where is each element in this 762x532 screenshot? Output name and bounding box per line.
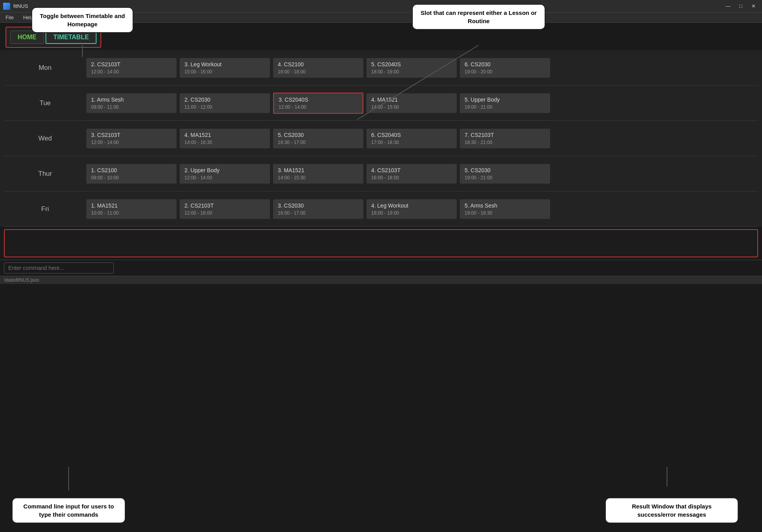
slot-title: 3. MA1521 bbox=[278, 167, 359, 173]
slot-time: 19:00 - 19:30 bbox=[465, 210, 545, 216]
menu-bar: File Help bbox=[0, 13, 762, 23]
title-bar: fitNUS — □ ✕ bbox=[0, 0, 762, 13]
title-bar-left: fitNUS bbox=[3, 3, 28, 10]
slot-thur-0[interactable]: 1. CS210008:00 - 10:00 bbox=[86, 164, 177, 184]
day-label-tue: Tue bbox=[4, 86, 86, 120]
slot-time: 09:00 - 11:00 bbox=[91, 104, 172, 110]
slot-thur-3[interactable]: 4. CS2103T16:00 - 18:00 bbox=[366, 164, 457, 184]
app-icon bbox=[3, 3, 10, 10]
day-row-mon: Mon2. CS2103T12:00 - 14:003. Leg Workout… bbox=[4, 50, 758, 86]
slot-time: 15:00 - 16:00 bbox=[184, 69, 265, 75]
nav-bar: HOME TIMETABLE bbox=[5, 27, 101, 48]
slot-time: 12:00 - 14:00 bbox=[91, 69, 172, 75]
day-row-thur: Thur1. CS210008:00 - 10:002. Upper Body1… bbox=[4, 156, 758, 191]
slot-wed-3[interactable]: 6. CS2040S17:00 - 18:30 bbox=[366, 129, 457, 148]
timetable-button[interactable]: TIMETABLE bbox=[46, 31, 97, 44]
slots-area-thur: 1. CS210008:00 - 10:002. Upper Body12:00… bbox=[86, 156, 758, 191]
slot-tue-1[interactable]: 2. CS203011:00 - 12:00 bbox=[180, 93, 270, 113]
menu-file[interactable]: File bbox=[3, 14, 16, 21]
slot-title: 3. Leg Workout bbox=[184, 61, 265, 67]
status-bar: \data\fitNUS.json bbox=[0, 276, 762, 284]
slot-mon-2[interactable]: 4. CS210016:00 - 18:00 bbox=[273, 58, 363, 78]
slot-wed-0[interactable]: 3. CS2103T12:00 - 14:00 bbox=[86, 129, 177, 148]
slots-area-wed: 3. CS2103T12:00 - 14:004. MA152114:00 - … bbox=[86, 121, 758, 156]
slot-wed-1[interactable]: 4. MA152114:00 - 16:30 bbox=[180, 129, 270, 148]
slot-time: 12:00 - 14:00 bbox=[279, 104, 358, 110]
title-bar-controls: — □ ✕ bbox=[723, 2, 759, 10]
day-label-thur: Thur bbox=[4, 156, 86, 191]
slot-time: 17:00 - 18:30 bbox=[371, 140, 452, 145]
slot-title: 5. Arms Sesh bbox=[465, 202, 545, 209]
day-row-wed: Wed3. CS2103T12:00 - 14:004. MA152114:00… bbox=[4, 121, 758, 156]
slot-time: 19:00 - 20:00 bbox=[465, 69, 545, 75]
minimize-button[interactable]: — bbox=[723, 2, 734, 10]
command-input[interactable] bbox=[4, 262, 114, 273]
slot-title: 7. CS2103T bbox=[465, 132, 545, 138]
slot-mon-4[interactable]: 6. CS203019:00 - 20:00 bbox=[460, 58, 550, 78]
slot-time: 16:00 - 18:00 bbox=[278, 69, 359, 75]
slot-time: 16:00 - 18:00 bbox=[371, 175, 452, 180]
slot-title: 3. CS2040S bbox=[279, 97, 358, 103]
slot-time: 18:00 - 19:00 bbox=[371, 210, 452, 216]
slot-tue-3[interactable]: 4. MA152114:00 - 15:00 bbox=[366, 93, 457, 113]
restore-button[interactable]: □ bbox=[735, 2, 746, 10]
slot-time: 14:00 - 15:30 bbox=[278, 175, 359, 180]
slot-fri-2[interactable]: 3. CS203016:00 - 17:00 bbox=[273, 199, 363, 219]
slot-title: 3. CS2103T bbox=[91, 132, 172, 138]
slots-area-mon: 2. CS2103T12:00 - 14:003. Leg Workout15:… bbox=[86, 50, 758, 85]
slot-title: 1. Arms Sesh bbox=[91, 97, 172, 103]
slot-tue-4[interactable]: 5. Upper Body19:00 - 21:00 bbox=[460, 93, 550, 113]
slot-time: 16:00 - 17:00 bbox=[278, 210, 359, 216]
command-area bbox=[0, 260, 762, 276]
slot-wed-4[interactable]: 7. CS2103T18:30 - 21:00 bbox=[460, 129, 550, 148]
slot-tue-2[interactable]: 3. CS2040S12:00 - 14:00 bbox=[273, 93, 363, 114]
slot-mon-3[interactable]: 5. CS2040S18:00 - 19:00 bbox=[366, 58, 457, 78]
slot-thur-1[interactable]: 2. Upper Body12:00 - 14:00 bbox=[180, 164, 270, 184]
app-title: fitNUS bbox=[13, 3, 28, 9]
slot-time: 19:00 - 21:00 bbox=[465, 104, 545, 110]
slot-time: 19:00 - 21:00 bbox=[465, 175, 545, 180]
menu-help[interactable]: Help bbox=[21, 14, 36, 21]
slot-thur-2[interactable]: 3. MA152114:00 - 15:30 bbox=[273, 164, 363, 184]
slot-time: 10:00 - 11:00 bbox=[91, 210, 172, 216]
slot-title: 6. CS2030 bbox=[465, 61, 545, 67]
slot-title: 4. CS2103T bbox=[371, 167, 452, 173]
slot-time: 16:30 - 17:00 bbox=[278, 140, 359, 145]
status-path: \data\fitNUS.json bbox=[4, 277, 39, 283]
slot-title: 3. CS2030 bbox=[278, 202, 359, 209]
slot-title: 5. Upper Body bbox=[465, 97, 545, 103]
result-window-annotation: Result Window that displays success/erro… bbox=[605, 497, 738, 523]
slot-time: 12:00 - 14:00 bbox=[184, 175, 265, 180]
slot-title: 6. CS2040S bbox=[371, 132, 452, 138]
slot-mon-0[interactable]: 2. CS2103T12:00 - 14:00 bbox=[86, 58, 177, 78]
day-label-fri: Fri bbox=[4, 191, 86, 226]
slot-time: 12:00 - 14:00 bbox=[91, 140, 172, 145]
slot-tue-0[interactable]: 1. Arms Sesh09:00 - 11:00 bbox=[86, 93, 177, 113]
slots-area-fri: 1. MA152110:00 - 11:002. CS2103T12:00 - … bbox=[86, 191, 758, 226]
slot-fri-3[interactable]: 4. Leg Workout18:00 - 19:00 bbox=[366, 199, 457, 219]
slot-fri-4[interactable]: 5. Arms Sesh19:00 - 19:30 bbox=[460, 199, 550, 219]
close-button[interactable]: ✕ bbox=[748, 2, 759, 10]
slot-time: 14:00 - 16:30 bbox=[184, 140, 265, 145]
slot-title: 5. CS2030 bbox=[465, 167, 545, 173]
slot-fri-0[interactable]: 1. MA152110:00 - 11:00 bbox=[86, 199, 177, 219]
slot-title: 2. CS2030 bbox=[184, 97, 265, 103]
timetable: Mon2. CS2103T12:00 - 14:003. Leg Workout… bbox=[0, 50, 762, 227]
slot-title: 4. MA1521 bbox=[371, 97, 452, 103]
day-row-fri: Fri1. MA152110:00 - 11:002. CS2103T12:00… bbox=[4, 191, 758, 227]
main-content: HOME TIMETABLE Mon2. CS2103T12:00 - 14:0… bbox=[0, 23, 762, 284]
slot-title: 2. Upper Body bbox=[184, 167, 265, 173]
slot-title: 2. CS2103T bbox=[91, 61, 172, 67]
slot-wed-2[interactable]: 5. CS203016:30 - 17:00 bbox=[273, 129, 363, 148]
home-button[interactable]: HOME bbox=[10, 31, 44, 44]
slot-title: 1. MA1521 bbox=[91, 202, 172, 209]
slot-fri-1[interactable]: 2. CS2103T12:00 - 16:00 bbox=[180, 199, 270, 219]
slot-mon-1[interactable]: 3. Leg Workout15:00 - 16:00 bbox=[180, 58, 270, 78]
day-row-tue: Tue1. Arms Sesh09:00 - 11:002. CS203011:… bbox=[4, 86, 758, 121]
slot-time: 08:00 - 10:00 bbox=[91, 175, 172, 180]
day-label-mon: Mon bbox=[4, 50, 86, 85]
slot-thur-4[interactable]: 5. CS203019:00 - 21:00 bbox=[460, 164, 550, 184]
slots-area-tue: 1. Arms Sesh09:00 - 11:002. CS203011:00 … bbox=[86, 86, 758, 120]
slot-time: 14:00 - 15:00 bbox=[371, 104, 452, 110]
slot-title: 5. CS2040S bbox=[371, 61, 452, 67]
